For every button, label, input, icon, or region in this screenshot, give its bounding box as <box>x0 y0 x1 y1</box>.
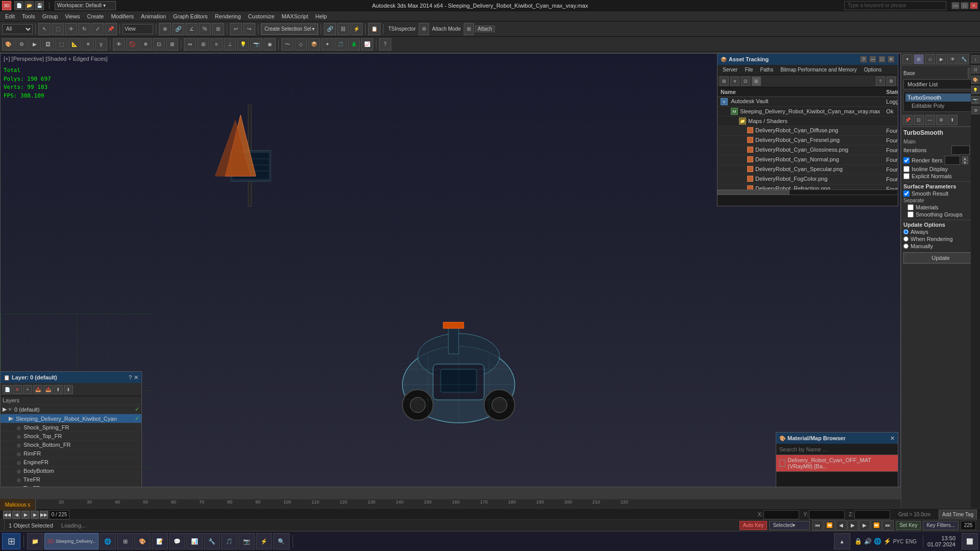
table-row[interactable]: 📁 Maps / Shaders <box>718 116 898 126</box>
modify-panel-btn[interactable]: ⊞ <box>914 54 924 64</box>
maximize-btn[interactable]: □ <box>961 2 969 9</box>
align-view[interactable]: ◉ <box>264 38 276 51</box>
key-filters-btn[interactable]: Key Filters... <box>923 521 959 530</box>
tray-lang[interactable]: PYC <box>893 539 904 544</box>
layer-item[interactable]: ◎ Shock_Top_FR <box>1 432 141 441</box>
anim-prev-key-btn[interactable]: ◀ <box>835 520 847 531</box>
table-row[interactable]: DeliveryRobot_Refraction.png Found <box>718 184 898 190</box>
anim-play-btn[interactable]: ▶ <box>847 520 858 531</box>
layers-tb-btn5[interactable]: 📤 <box>43 385 53 394</box>
table-row[interactable]: DeliveryRobot_Cyan_Normal.png Found <box>718 155 898 165</box>
attach-btn[interactable]: Attach <box>475 26 494 32</box>
arrow-up-btn[interactable]: ⬆ <box>947 115 958 125</box>
layer-item[interactable]: ◎ EngineFR <box>1 458 141 467</box>
asset-tb-btn2[interactable]: ≡ <box>730 77 739 86</box>
taskbar-app4[interactable]: 🎨 <box>134 533 151 549</box>
asset-scrollbar[interactable] <box>718 189 898 195</box>
angle-snap[interactable]: ∠ <box>185 23 198 35</box>
x-input[interactable] <box>763 510 799 519</box>
tray-icon-1[interactable]: 🔒 <box>854 538 862 545</box>
asset-tb-btn3[interactable]: ⊡ <box>741 77 750 86</box>
schematic-view[interactable]: ◇ <box>295 38 307 51</box>
exposure[interactable]: ☀ <box>82 38 94 51</box>
table-row[interactable]: DeliveryRobot_Cyan_Fresnel.png Found <box>718 136 898 146</box>
taskbar-app3[interactable]: ⊞ <box>117 533 133 549</box>
render-iters-up[interactable]: ▲ <box>962 156 968 160</box>
particle-view[interactable]: ✦ <box>321 38 333 51</box>
snap-btn[interactable]: 🔗 <box>172 23 184 35</box>
taskbar-app8[interactable]: 🔧 <box>204 533 220 549</box>
asset-menu-file[interactable]: File <box>742 66 756 74</box>
taskbar-clock[interactable]: 13:50 01.07.2024 <box>927 535 960 547</box>
material-editor[interactable]: 🎨 <box>2 38 14 51</box>
frame-next-btn[interactable]: ▶ <box>31 511 39 519</box>
table-row[interactable]: V Autodesk Vault Logged Out <box>718 97 898 107</box>
help-btn[interactable]: ? <box>379 38 391 51</box>
right-tab-3[interactable]: 🎨 <box>971 76 979 84</box>
redo-btn[interactable]: ↪ <box>243 23 255 35</box>
attach-mode-label[interactable]: Attach Mode <box>430 26 463 32</box>
layers-close-btn[interactable]: ✕ <box>134 374 138 381</box>
motion-mixer[interactable]: 🎵 <box>334 38 347 51</box>
display-all[interactable]: ⊡ <box>153 38 165 51</box>
menu-group[interactable]: Group <box>39 12 61 20</box>
show-floater[interactable]: 📐 <box>68 38 81 51</box>
taskbar-app6[interactable]: 💬 <box>169 533 185 549</box>
configure-btn[interactable]: ⚙ <box>936 115 946 125</box>
place-btn[interactable]: 📌 <box>105 23 117 35</box>
asset-scrollbar-thumb[interactable] <box>718 190 790 195</box>
percent-snap[interactable]: % <box>199 23 211 35</box>
modifier-editable-poly[interactable]: Editable Poly <box>905 102 976 110</box>
frame-fwd-btn[interactable]: ▶▶ <box>40 511 48 519</box>
materials-checkbox[interactable] <box>907 204 914 210</box>
mirror-btn[interactable]: ⇔ <box>184 38 196 51</box>
layers-help-btn[interactable]: ? <box>129 374 132 380</box>
table-row[interactable]: DeliveryRobot_FogColor.png Found <box>718 175 898 184</box>
tsinspector-label[interactable]: TSInspector <box>386 26 418 32</box>
asset-path-input[interactable] <box>718 195 898 206</box>
select-btn[interactable]: ↖ <box>38 23 51 35</box>
render-iters-checkbox[interactable] <box>903 157 910 163</box>
display-none[interactable]: ⊠ <box>166 38 178 51</box>
taskbar-app5[interactable]: 📝 <box>152 533 168 549</box>
render-btn[interactable]: ▶ <box>29 38 41 51</box>
smooth-result-checkbox[interactable] <box>903 190 910 197</box>
asset-menu-server[interactable]: Server <box>720 66 740 74</box>
undo-btn[interactable]: ↩ <box>230 23 242 35</box>
asset-help-btn[interactable]: ? <box>860 56 867 63</box>
right-tab-5[interactable]: 📷 <box>971 96 979 104</box>
taskbar-file-explorer[interactable]: 📁 <box>27 533 43 549</box>
right-tab-4[interactable]: 💡 <box>971 86 979 94</box>
frame-end-input[interactable]: 225 <box>961 521 976 530</box>
tray-expand-btn[interactable]: ▲ <box>834 533 850 549</box>
taskbar-app11[interactable]: ⚡ <box>256 533 272 549</box>
link-btn[interactable]: 🔗 <box>324 23 336 35</box>
pin-stack-btn[interactable]: 📌 <box>902 115 913 125</box>
utility-btn[interactable]: 🔧 <box>959 54 969 64</box>
taskbar-app10[interactable]: 📷 <box>238 533 255 549</box>
view-label[interactable]: View <box>123 24 153 34</box>
show-desktop-btn[interactable]: ⬜ <box>962 533 978 549</box>
attach-mode-icon[interactable]: ⊞ <box>464 23 474 35</box>
render-region[interactable]: ⬚ <box>55 38 67 51</box>
modifier-list-select[interactable]: Modifier List <box>903 79 978 89</box>
selected-dropdown[interactable]: Selected ▾ <box>769 521 810 530</box>
workspace-dropdown[interactable]: Workspace: Default ▾ <box>55 1 116 10</box>
taskbar-app12[interactable]: 🔍 <box>273 533 290 549</box>
render-iters-down[interactable]: ▼ <box>962 160 968 164</box>
tray-icon-3[interactable]: 🌐 <box>874 538 881 545</box>
frame-prev-btn[interactable]: ◀ <box>12 511 20 519</box>
when-rendering-radio[interactable] <box>903 236 909 242</box>
isoline-checkbox[interactable] <box>903 166 910 172</box>
asset-tb-settings[interactable]: ⚙ <box>887 77 896 86</box>
y-input[interactable] <box>809 510 845 519</box>
align-btn[interactable]: ≡ <box>210 38 223 51</box>
always-radio[interactable] <box>903 229 909 234</box>
explicit-normals-checkbox[interactable] <box>903 173 910 179</box>
z-input[interactable] <box>854 510 890 519</box>
modifier-turbosmooth[interactable]: TurboSmooth <box>905 93 976 102</box>
play-btn[interactable]: ▶ <box>21 511 30 519</box>
asset-menu-paths[interactable]: Paths <box>757 66 777 74</box>
menu-edit[interactable]: Edit <box>2 12 18 20</box>
menu-modifiers[interactable]: Modifiers <box>108 12 137 20</box>
